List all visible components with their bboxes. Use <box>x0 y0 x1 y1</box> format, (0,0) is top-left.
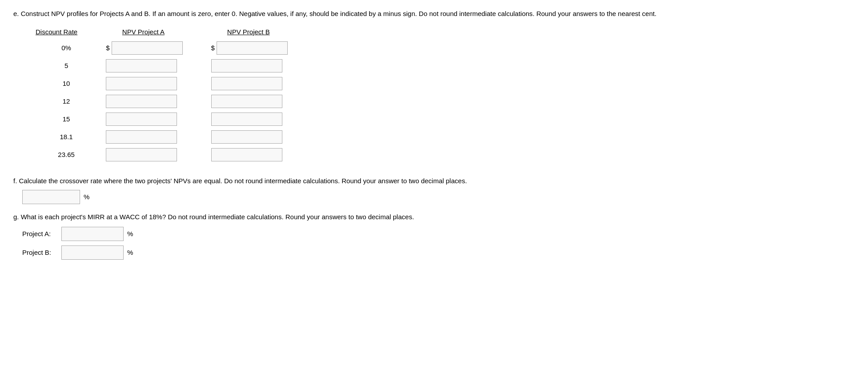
table-row: 5 <box>36 57 314 75</box>
rate-0: 0% <box>36 39 104 57</box>
npv-a-input-5[interactable] <box>106 59 177 72</box>
npv-b-input-5[interactable] <box>211 59 282 72</box>
rate-23-65: 23.65 <box>36 146 104 164</box>
mirr-project-a-input[interactable] <box>61 227 124 241</box>
crossover-percent-label: % <box>84 193 89 201</box>
npv-b-input-18-1[interactable] <box>211 130 282 144</box>
npv-table-container: Discount Rate NPV Project A NPV Project … <box>36 28 855 164</box>
npv-b-input-cell-18-1 <box>209 128 314 146</box>
col-npv-b-header: NPV Project B <box>209 28 314 39</box>
npv-b-input-12[interactable] <box>211 95 282 108</box>
npv-a-input-15[interactable] <box>106 113 177 126</box>
npv-a-input-cell-12 <box>104 92 209 110</box>
table-row: 0% $ $ <box>36 39 314 57</box>
npv-b-input-cell-10 <box>209 75 314 92</box>
rate-10: 10 <box>36 75 104 92</box>
section-e-instruction: e. Construct NPV profiles for Projects A… <box>13 9 725 19</box>
table-row: 12 <box>36 92 314 110</box>
npv-a-input-10[interactable] <box>106 77 177 90</box>
npv-b-input-cell-12 <box>209 92 314 110</box>
npv-table: Discount Rate NPV Project A NPV Project … <box>36 28 314 164</box>
mirr-project-b-row: Project B: % <box>22 245 855 260</box>
mirr-b-percent-label: % <box>127 249 133 256</box>
npv-a-input-12[interactable] <box>106 95 177 108</box>
section-f-instruction: f. Calculate the crossover rate where th… <box>13 177 725 185</box>
table-row: 18.1 <box>36 128 314 146</box>
npv-b-input-cell-5 <box>209 57 314 75</box>
mirr-project-b-label: Project B: <box>22 249 58 256</box>
npv-a-input-cell-18-1 <box>104 128 209 146</box>
npv-b-input-15[interactable] <box>211 113 282 126</box>
npv-b-input-10[interactable] <box>211 77 282 90</box>
dollar-sign-a-0: $ <box>106 44 109 52</box>
npv-a-input-18-1[interactable] <box>106 130 177 144</box>
mirr-project-a-label: Project A: <box>22 230 58 237</box>
mirr-rows: Project A: % Project B: % <box>22 227 855 260</box>
npv-a-input-cell-0: $ <box>104 39 209 57</box>
col-discount-rate-header: Discount Rate <box>36 28 104 39</box>
npv-b-input-cell-0: $ <box>209 39 314 57</box>
col-npv-a-header: NPV Project A <box>104 28 209 39</box>
mirr-a-percent-label: % <box>127 230 133 237</box>
table-row: 15 <box>36 110 314 128</box>
rate-15: 15 <box>36 110 104 128</box>
mirr-project-b-input[interactable] <box>61 245 124 260</box>
npv-b-input-cell-23-65 <box>209 146 314 164</box>
npv-a-input-0[interactable] <box>112 41 183 55</box>
rate-18-1: 18.1 <box>36 128 104 146</box>
mirr-project-a-row: Project A: % <box>22 227 855 241</box>
dollar-sign-b-0: $ <box>211 44 215 52</box>
npv-b-input-cell-15 <box>209 110 314 128</box>
npv-b-input-0[interactable] <box>217 41 288 55</box>
crossover-rate-input[interactable] <box>22 190 80 204</box>
table-row: 23.65 <box>36 146 314 164</box>
npv-a-input-23-65[interactable] <box>106 148 177 161</box>
section-g-instruction: g. What is each project's MIRR at a WACC… <box>13 213 725 221</box>
npv-b-input-23-65[interactable] <box>211 148 282 161</box>
npv-a-input-cell-5 <box>104 57 209 75</box>
npv-a-input-cell-23-65 <box>104 146 209 164</box>
crossover-rate-row: % <box>22 190 855 204</box>
npv-a-input-cell-15 <box>104 110 209 128</box>
npv-a-input-cell-10 <box>104 75 209 92</box>
rate-5: 5 <box>36 57 104 75</box>
table-row: 10 <box>36 75 314 92</box>
rate-12: 12 <box>36 92 104 110</box>
